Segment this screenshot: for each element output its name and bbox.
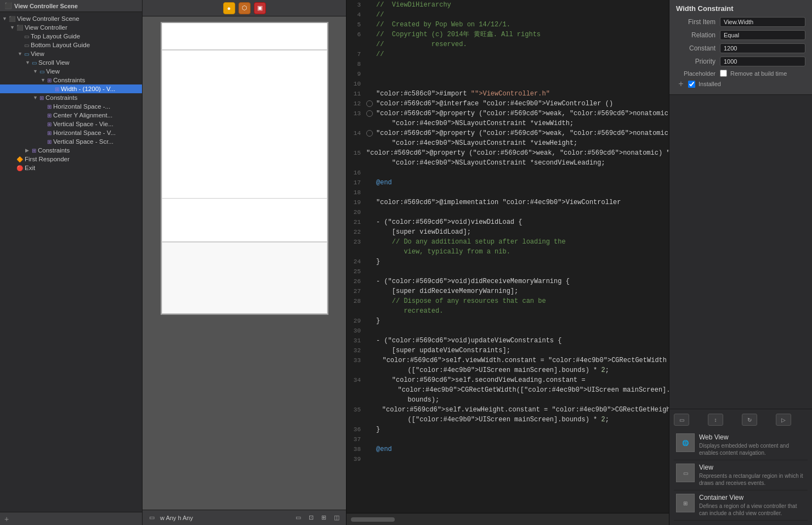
code-line[interactable]: 4// xyxy=(347,10,669,20)
code-line[interactable]: "color:#4ec9b0">CGRectGetWidth(["color:#… xyxy=(347,385,669,395)
code-line[interactable]: 37 xyxy=(347,434,669,444)
field-value[interactable]: View.Width xyxy=(720,17,805,27)
code-line[interactable]: 32 [super updateViewConstraints]; xyxy=(347,346,669,355)
code-line[interactable]: (["color:#4ec9b0">UIScreen mainScreen].b… xyxy=(347,365,669,375)
code-line[interactable]: view, typically from a nib. xyxy=(347,247,669,257)
toggle-scroll-view-inner[interactable]: ▼ xyxy=(33,69,39,74)
palette-btn-0[interactable]: ▭ xyxy=(674,414,689,426)
toggle-scene[interactable]: ▼ xyxy=(2,16,9,21)
code-line[interactable]: recreated. xyxy=(347,306,669,316)
tree-item-horiz-space-1[interactable]: ⊞ Horizontal Space -... xyxy=(0,102,142,111)
field-value[interactable]: 1000 xyxy=(720,57,805,66)
scroll-thumb[interactable] xyxy=(351,517,395,522)
code-line[interactable]: 22 [super viewDidLoad]; xyxy=(347,227,669,237)
breakpoint-circle[interactable] xyxy=(366,110,373,117)
palette-btn-1[interactable]: ↕ xyxy=(708,414,723,426)
library-item-2[interactable]: ⊞Container ViewDefines a region of a vie… xyxy=(674,490,808,521)
breakpoint-circle[interactable] xyxy=(366,130,373,137)
ib-tool-button-3[interactable]: ▣ xyxy=(254,2,266,14)
code-line[interactable]: 10 xyxy=(347,79,669,89)
field-value[interactable]: 1200 xyxy=(720,43,805,53)
code-line[interactable]: 33 "color:#569cd6">self.viewWidth.consta… xyxy=(347,355,669,365)
code-line[interactable]: bounds); xyxy=(347,395,669,405)
tree-item-constraints-top[interactable]: ▶⊞ Constraints xyxy=(0,146,142,155)
library-item-1[interactable]: ▭ViewRepresents a rectangular region in … xyxy=(674,460,808,490)
code-line[interactable]: 12"color:#569cd6">@interface "color:#4ec… xyxy=(347,99,669,109)
code-line[interactable]: 13"color:#569cd6">@property ("color:#569… xyxy=(347,109,669,118)
code-line[interactable]: 3// ViewDiHierarchy xyxy=(347,0,669,10)
code-line[interactable]: 36} xyxy=(347,425,669,434)
code-line[interactable]: 30 xyxy=(347,326,669,336)
toggle-vc[interactable]: ▼ xyxy=(10,25,16,30)
code-line[interactable]: 25 xyxy=(347,267,669,276)
code-line[interactable]: "color:#4ec9b0">NSLayoutConstraint *view… xyxy=(347,138,669,148)
tree-item-vert-space-view[interactable]: ⊞ Vertical Space - Vie... xyxy=(0,120,142,128)
ib-canvas[interactable] xyxy=(143,16,346,510)
field-value[interactable]: Equal xyxy=(720,30,805,40)
code-line[interactable]: 9 xyxy=(347,69,669,79)
ib-bottom-btn-1[interactable]: ▭ xyxy=(293,513,303,522)
code-line[interactable]: 24} xyxy=(347,257,669,267)
tree-item-scene[interactable]: ▼⬛ View Controller Scene xyxy=(0,14,142,23)
code-line[interactable]: 27 [super didReceiveMemoryWarning]; xyxy=(347,286,669,296)
add-navigator-button[interactable]: + xyxy=(4,515,9,523)
breakpoint-circle[interactable] xyxy=(366,100,373,107)
code-line[interactable]: // reserved. xyxy=(347,39,669,49)
code-line[interactable]: 20 xyxy=(347,207,669,217)
code-line[interactable]: 11"color:#c586c0">#import "">ViewControl… xyxy=(347,89,669,99)
code-line[interactable]: 7// xyxy=(347,49,669,59)
tree-item-bottom-guide[interactable]: ▭ Bottom Layout Guide xyxy=(0,41,142,49)
palette-btn-2[interactable]: ↻ xyxy=(742,414,757,426)
code-line[interactable]: 28 // Dispose of any resources that can … xyxy=(347,296,669,306)
ib-tool-button-2[interactable]: ⬡ xyxy=(239,2,251,14)
ib-bottom-btn-2[interactable]: ⊡ xyxy=(306,513,316,522)
code-line[interactable]: (["color:#4ec9b0">UIScreen mainScreen].b… xyxy=(347,415,669,425)
code-editor[interactable]: 3// ViewDiHierarchy4//5// Created by Pop… xyxy=(347,0,669,513)
toggle-constraints-top[interactable]: ▶ xyxy=(25,148,32,153)
library-item-0[interactable]: 🌐Web ViewDisplays embedded web content a… xyxy=(674,430,808,460)
code-line[interactable]: 8 xyxy=(347,59,669,69)
code-line[interactable]: 26- ("color:#569cd6">void)didReceiveMemo… xyxy=(347,276,669,286)
toggle-constraints-outer[interactable]: ▼ xyxy=(33,95,39,100)
code-line[interactable]: 16 xyxy=(347,168,669,178)
tree-item-top-guide[interactable]: ▭ Top Layout Guide xyxy=(0,32,142,41)
code-line[interactable]: 29} xyxy=(347,316,669,326)
toggle-constraints-inner[interactable]: ▼ xyxy=(41,77,47,83)
code-line[interactable]: 39 xyxy=(347,454,669,464)
tree-item-vert-space-scr[interactable]: ⊞ Vertical Space - Scr... xyxy=(0,137,142,146)
tree-item-vc[interactable]: ▼⬛ View Controller xyxy=(0,23,142,32)
code-line[interactable]: 5// Created by Pop Web on 14/12/1. xyxy=(347,20,669,30)
ib-bottom-btn-3[interactable]: ⊞ xyxy=(319,513,328,522)
tree-item-exit[interactable]: 🔴 Exit xyxy=(0,163,142,172)
placeholder-checkbox[interactable] xyxy=(720,70,727,77)
code-line[interactable]: "color:#4ec9b0">NSLayoutConstraint *seco… xyxy=(347,158,669,168)
code-line[interactable]: 19"color:#569cd6">@implementation "color… xyxy=(347,197,669,207)
ib-tool-button-1[interactable]: ● xyxy=(223,2,235,14)
tree-item-scroll-view-inner[interactable]: ▼▭ View xyxy=(0,67,142,76)
tree-item-constraints-outer[interactable]: ▼⊞ Constraints xyxy=(0,93,142,102)
tree-item-constraints-inner[interactable]: ▼⊞ Constraints xyxy=(0,76,142,84)
ib-bottom-btn-4[interactable]: ◫ xyxy=(332,513,342,522)
tree-item-horiz-space-v[interactable]: ⊞ Horizontal Space - V... xyxy=(0,128,142,137)
code-line[interactable]: "color:#4ec9b0">NSLayoutConstraint *view… xyxy=(347,118,669,128)
code-line[interactable]: 15"color:#569cd6">@property ("color:#569… xyxy=(347,148,669,158)
code-line[interactable]: 6// Copyright (c) 2014年 黄旺鑫. All rights xyxy=(347,30,669,39)
code-line[interactable]: 31- ("color:#569cd6">void)updateViewCons… xyxy=(347,336,669,346)
code-line[interactable]: 18 xyxy=(347,188,669,197)
tree-item-first-responder[interactable]: 🔶 First Responder xyxy=(0,155,142,163)
tree-item-scroll-view[interactable]: ▼▭ Scroll View xyxy=(0,58,142,67)
toggle-view[interactable]: ▼ xyxy=(18,51,24,57)
toggle-scroll-view[interactable]: ▼ xyxy=(25,60,32,65)
plus-button[interactable]: + xyxy=(676,79,686,89)
code-line[interactable]: 14"color:#569cd6">@property ("color:#569… xyxy=(347,128,669,138)
palette-btn-3[interactable]: ▷ xyxy=(776,414,791,426)
code-line[interactable]: 34 "color:#569cd6">self.secondViewLeadin… xyxy=(347,375,669,385)
ib-frame-button[interactable]: ▭ xyxy=(147,513,157,522)
code-line[interactable]: 35 "color:#569cd6">self.viewHeight.const… xyxy=(347,405,669,415)
tree-item-view[interactable]: ▼▭ View xyxy=(0,49,142,58)
tree-item-center-y[interactable]: ⊞ Center Y Alignment... xyxy=(0,111,142,120)
tree-item-width-constraint[interactable]: ⊞ Width - (1200) - V... xyxy=(0,84,142,93)
installed-checkbox[interactable] xyxy=(688,81,695,88)
code-line[interactable]: 38@end xyxy=(347,444,669,454)
code-line[interactable]: 23 // Do any additional setup after load… xyxy=(347,237,669,247)
